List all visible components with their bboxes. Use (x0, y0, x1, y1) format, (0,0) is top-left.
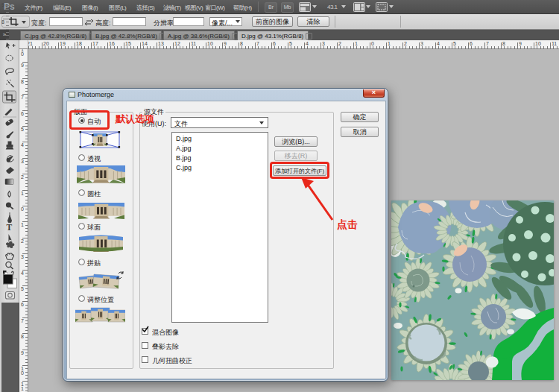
svg-text:T: T (7, 223, 13, 232)
